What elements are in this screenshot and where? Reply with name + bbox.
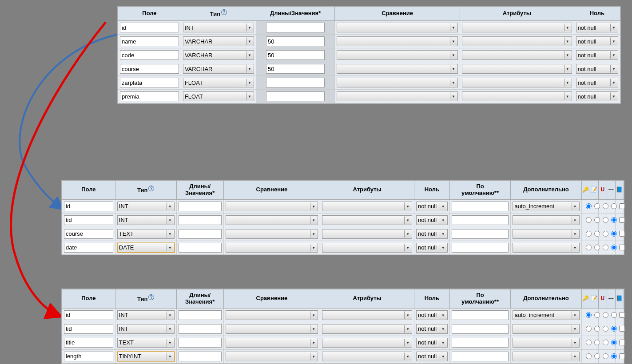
- type-select[interactable]: INT: [183, 23, 254, 32]
- index-radio-0[interactable]: [586, 353, 592, 359]
- null-select[interactable]: not null: [416, 229, 448, 239]
- field-name-input[interactable]: [120, 78, 179, 87]
- collation-select[interactable]: [226, 310, 318, 320]
- index-radio-2[interactable]: [603, 340, 608, 345]
- collation-select[interactable]: [226, 229, 318, 239]
- extra-select[interactable]: [513, 229, 579, 239]
- length-input[interactable]: [266, 36, 325, 46]
- fulltext-checkbox[interactable]: [619, 245, 625, 250]
- attributes-select[interactable]: [322, 243, 412, 253]
- index-radio-3[interactable]: [611, 217, 617, 223]
- default-input[interactable]: [452, 229, 509, 239]
- field-name-input[interactable]: [120, 23, 179, 32]
- extra-select[interactable]: auto_increment: [513, 310, 579, 320]
- index-radio-3[interactable]: [611, 245, 617, 250]
- default-input[interactable]: [452, 310, 509, 320]
- type-select[interactable]: INT: [117, 202, 175, 211]
- index-radio-0[interactable]: [586, 217, 592, 223]
- collation-select[interactable]: [226, 215, 318, 225]
- field-name-input[interactable]: [120, 50, 179, 60]
- field-name-input[interactable]: [64, 243, 113, 253]
- index-radio-0[interactable]: [586, 245, 592, 250]
- default-input[interactable]: [452, 352, 509, 361]
- length-input[interactable]: [179, 338, 222, 348]
- index-radio-2[interactable]: [603, 312, 608, 318]
- index-radio-2[interactable]: [603, 231, 608, 237]
- fulltext-checkbox[interactable]: [619, 217, 625, 223]
- null-select[interactable]: not null: [416, 338, 448, 348]
- null-select[interactable]: not null: [576, 23, 618, 32]
- field-name-input[interactable]: [64, 215, 113, 225]
- help-icon[interactable]: ?: [221, 9, 227, 15]
- extra-select[interactable]: [513, 243, 579, 253]
- index-radio-2[interactable]: [603, 203, 608, 209]
- attributes-select[interactable]: [462, 50, 572, 60]
- attributes-select[interactable]: [462, 64, 572, 74]
- length-input[interactable]: [266, 78, 325, 87]
- collation-select[interactable]: [337, 64, 458, 74]
- index-radio-2[interactable]: [603, 326, 608, 332]
- field-name-input[interactable]: [64, 202, 113, 211]
- collation-select[interactable]: [226, 338, 318, 348]
- null-select[interactable]: not null: [416, 202, 448, 211]
- length-input[interactable]: [179, 243, 222, 253]
- index-radio-3[interactable]: [611, 340, 617, 345]
- attributes-select[interactable]: [322, 202, 412, 211]
- index-radio-1[interactable]: [594, 340, 600, 345]
- collation-select[interactable]: [226, 202, 318, 211]
- type-select[interactable]: TEXT: [117, 338, 175, 348]
- index-radio-1[interactable]: [594, 326, 600, 332]
- index-radio-1[interactable]: [594, 245, 600, 250]
- length-input[interactable]: [179, 310, 222, 320]
- attributes-select[interactable]: [322, 352, 412, 361]
- help-icon[interactable]: ?: [148, 186, 154, 191]
- length-input[interactable]: [266, 23, 325, 32]
- field-name-input[interactable]: [64, 324, 113, 334]
- length-input[interactable]: [266, 91, 325, 101]
- collation-select[interactable]: [226, 352, 318, 361]
- type-select[interactable]: FLOAT: [183, 78, 254, 87]
- null-select[interactable]: not null: [416, 215, 448, 225]
- type-select[interactable]: VARCHAR: [183, 64, 254, 74]
- fulltext-checkbox[interactable]: [619, 203, 625, 209]
- index-radio-2[interactable]: [603, 353, 608, 359]
- fulltext-checkbox[interactable]: [619, 312, 625, 318]
- null-select[interactable]: not null: [416, 310, 448, 320]
- index-radio-3[interactable]: [611, 203, 617, 209]
- index-radio-1[interactable]: [594, 231, 600, 237]
- index-radio-3[interactable]: [611, 231, 617, 237]
- default-input[interactable]: [452, 202, 509, 211]
- index-radio-1[interactable]: [594, 217, 600, 223]
- null-select[interactable]: not null: [576, 78, 618, 87]
- help-icon[interactable]: ?: [148, 294, 154, 300]
- default-input[interactable]: [452, 324, 509, 334]
- collation-select[interactable]: [337, 50, 458, 60]
- extra-select[interactable]: auto_increment: [513, 202, 579, 211]
- field-name-input[interactable]: [120, 36, 179, 46]
- null-select[interactable]: not null: [576, 91, 618, 101]
- length-input[interactable]: [266, 64, 325, 74]
- collation-select[interactable]: [337, 23, 458, 32]
- index-radio-3[interactable]: [611, 353, 617, 359]
- null-select[interactable]: not null: [416, 243, 448, 253]
- field-name-input[interactable]: [64, 310, 113, 320]
- null-select[interactable]: not null: [416, 324, 448, 334]
- fulltext-checkbox[interactable]: [619, 340, 625, 345]
- type-select[interactable]: TEXT: [117, 229, 175, 239]
- index-radio-3[interactable]: [611, 326, 617, 332]
- fulltext-checkbox[interactable]: [619, 231, 625, 237]
- attributes-select[interactable]: [322, 310, 412, 320]
- type-select[interactable]: TINYINT: [117, 352, 175, 361]
- extra-select[interactable]: [513, 352, 579, 361]
- attributes-select[interactable]: [462, 23, 572, 32]
- attributes-select[interactable]: [322, 338, 412, 348]
- length-input[interactable]: [179, 215, 222, 225]
- type-select[interactable]: DATE: [117, 243, 175, 253]
- attributes-select[interactable]: [322, 324, 412, 334]
- collation-select[interactable]: [337, 78, 458, 87]
- field-name-input[interactable]: [64, 352, 113, 361]
- type-select[interactable]: VARCHAR: [183, 36, 254, 46]
- length-input[interactable]: [179, 352, 222, 361]
- index-radio-0[interactable]: [586, 340, 592, 345]
- extra-select[interactable]: [513, 338, 579, 348]
